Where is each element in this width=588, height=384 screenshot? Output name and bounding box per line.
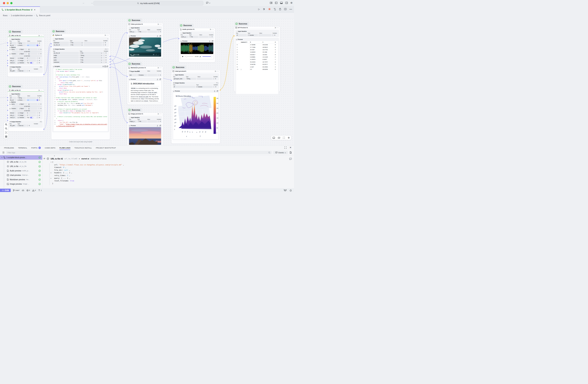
handle-settings-gear-icon[interactable]: ⚙ xyxy=(40,48,42,50)
nullable-checkbox[interactable] xyxy=(213,78,214,80)
image-preview-sunset[interactable] xyxy=(129,127,161,145)
input-port[interactable] xyxy=(127,122,127,123)
handle-type[interactable]: {}Object xyxy=(19,48,27,50)
log-tree-item-2[interactable]: URL to fileurl_to_file xyxy=(0,164,42,168)
nullable-checkbox[interactable] xyxy=(37,57,38,59)
node-image-preview-1[interactable]: Success Image preview #1 ▷ ··· →Input Ha… xyxy=(127,112,163,145)
collapse-icon[interactable] xyxy=(53,66,54,67)
panel-tab-ports[interactable]: PORTS1 xyxy=(31,147,41,149)
handle-value[interactable] xyxy=(26,42,36,44)
open-external-icon[interactable] xyxy=(217,90,218,92)
run-node-icon[interactable]: ▷ xyxy=(39,35,40,36)
handle-key[interactable]: markdown xyxy=(53,42,69,44)
output-port[interactable] xyxy=(110,64,110,65)
add-output-icon[interactable]: + xyxy=(107,48,108,50)
node-menu-icon[interactable]: ··· xyxy=(217,70,219,72)
input-row-geological_data[interactable]: geological_data❝String⚙ xyxy=(173,78,218,80)
log-tree-item-6[interactable]: Image previewimage ... xyxy=(0,182,42,186)
log-tree-item-5[interactable]: Markdown previewma... xyxy=(0,177,42,182)
handle-key[interactable]: timeout xyxy=(10,57,17,59)
node-menu-icon[interactable]: ··· xyxy=(277,27,279,28)
handle-key[interactable]: text xyxy=(129,74,137,76)
log-tree-item-0[interactable]: 1-scriptlet-block-previe... xyxy=(0,155,42,160)
run-node-icon[interactable]: ▷ xyxy=(158,23,159,25)
nullable-checkbox[interactable] xyxy=(38,103,40,105)
input-port[interactable] xyxy=(7,65,8,66)
output-port[interactable] xyxy=(110,67,110,68)
handle-value[interactable]: {} xyxy=(28,107,38,109)
handle-value[interactable] xyxy=(26,97,36,99)
handle-value[interactable]: 1 xyxy=(26,114,36,116)
handle-type[interactable]: ▤Direct... xyxy=(17,44,26,46)
swap-connections-icon[interactable] xyxy=(273,8,276,10)
collapse-icon[interactable] xyxy=(129,35,130,37)
handle-key[interactable]: url xyxy=(10,97,17,99)
handle-key[interactable]: df xyxy=(173,86,195,88)
run-flow-icon[interactable]: ▷ xyxy=(258,8,260,10)
handle-settings-gear-icon[interactable]: ⚙ xyxy=(215,86,216,88)
video-volume-icon[interactable]: 🔊 xyxy=(153,54,154,55)
handle-value[interactable] xyxy=(197,78,212,80)
input-port[interactable] xyxy=(7,105,8,106)
nullable-checkbox[interactable] xyxy=(37,60,38,61)
attach-icon[interactable] xyxy=(103,66,104,67)
handle-key[interactable]: headers xyxy=(11,107,18,109)
node-menu-icon[interactable]: ··· xyxy=(41,35,43,36)
problems-errors[interactable]: 0 xyxy=(26,189,30,191)
canvas-settings-gear-icon[interactable]: ⚙ xyxy=(288,137,290,139)
output-row-markdown[interactable]: markdown❐File⚙ xyxy=(53,61,108,63)
settings-gear-icon[interactable]: ⚙ xyxy=(290,1,293,4)
markdown-rendered-preview[interactable]: 1. OOCANA Introduction OOCANA is a sched… xyxy=(129,81,161,102)
video-play-icon[interactable]: ▶ xyxy=(130,54,131,55)
handle-value[interactable]: {} xyxy=(28,53,38,55)
input-row-df[interactable]: df{x}Variable⚙ xyxy=(236,34,278,36)
node-url-to-file-3[interactable]: Success URL to file #3 ▷ ··· →Input Hand… xyxy=(8,34,44,77)
output-row-file_path[interactable]: file_path⬇Save as⚙ xyxy=(10,70,42,72)
output-row-video[interactable]: video❐File⚙ xyxy=(53,57,108,59)
bottom-panel-icon[interactable] xyxy=(273,137,275,139)
add-field-button[interactable]: ⊕ Add field xyxy=(12,110,42,112)
scriptlet-code-editor[interactable]: 1# Import necessary module from oocana2f… xyxy=(53,68,108,132)
collapse-icon[interactable] xyxy=(236,39,237,40)
handle-settings-gear-icon[interactable]: ⚙ xyxy=(105,52,107,54)
more-actions-icon[interactable]: ••• xyxy=(289,8,292,10)
handle-key[interactable]: video_p... xyxy=(129,31,137,33)
handle-key[interactable]: reset_fil... xyxy=(10,62,17,64)
handle-value[interactable]: True xyxy=(26,62,36,64)
handle-type[interactable]: {x}Variable xyxy=(247,34,258,36)
handle-key[interactable]: markdown xyxy=(53,61,79,63)
handle-key[interactable]: image xyxy=(53,54,79,56)
handle-key[interactable]: file_dir xyxy=(10,44,17,46)
download-icon[interactable] xyxy=(214,90,215,92)
handle-settings-gear-icon[interactable]: ⚙ xyxy=(40,108,42,109)
handle-type[interactable]: ❐File xyxy=(189,36,199,38)
video-more-icon[interactable]: ⋮ xyxy=(158,54,160,55)
log-tree-item-1[interactable]: URL to fileurl_to_file xyxy=(0,160,42,164)
handle-value[interactable] xyxy=(84,44,102,46)
handle-key[interactable]: image_p... xyxy=(129,120,137,122)
nullable-checkbox[interactable] xyxy=(38,108,40,109)
input-port[interactable] xyxy=(51,43,52,44)
handle-key[interactable]: url xyxy=(10,42,17,44)
handle-settings-gear-icon[interactable]: ⚙ xyxy=(39,60,40,61)
panel-close-icon[interactable]: ✕ xyxy=(290,146,292,149)
handle-settings-gear-icon[interactable]: ⚙ xyxy=(39,44,40,46)
handle-key[interactable]: retry_ti... xyxy=(10,114,17,116)
zoom-out-icon[interactable] xyxy=(5,127,7,130)
handle-type[interactable]: ❐File xyxy=(137,120,147,122)
boolean-toggle[interactable] xyxy=(30,62,33,63)
nullable-checkbox[interactable] xyxy=(38,48,40,50)
panel-tab-code-deps[interactable]: CODE DEPS xyxy=(45,147,56,149)
ports-forwarded[interactable]: 1 xyxy=(38,189,42,191)
input-port[interactable] xyxy=(7,55,8,56)
panel-tab-project-bootstrap[interactable]: PROJECT BOOTSTRAP xyxy=(96,147,116,149)
handle-key[interactable]: headers xyxy=(11,53,18,55)
canvas-zoom-toolbar[interactable] xyxy=(4,122,8,139)
handle-type[interactable]: {}Object xyxy=(19,103,27,105)
node-menu-icon[interactable]: ··· xyxy=(160,23,162,25)
node-header[interactable]: Video preview #1 ▷ ··· xyxy=(127,23,163,25)
input-row-url[interactable]: url❝String⚙ xyxy=(10,97,42,99)
handle-type[interactable]: ⬇Save as xyxy=(17,70,26,72)
handle-type[interactable]: ❐File xyxy=(137,31,147,33)
input-port[interactable] xyxy=(171,80,172,81)
